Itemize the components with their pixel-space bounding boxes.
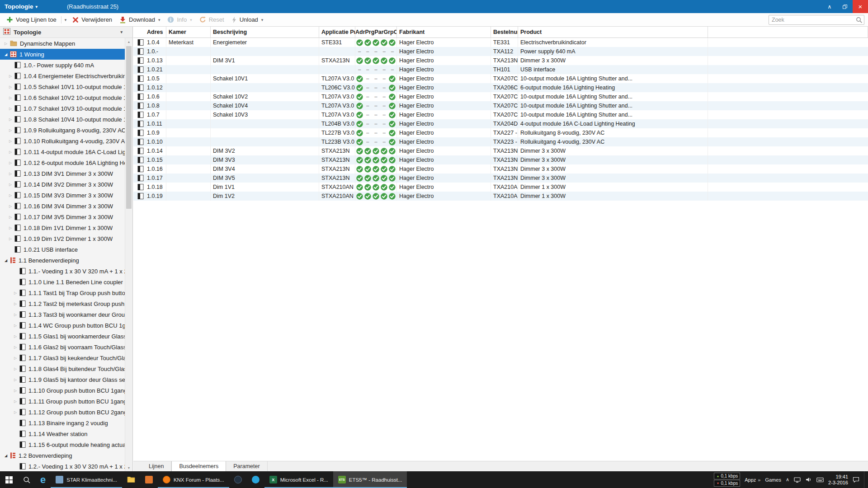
expander-closed-icon[interactable]: ▷ <box>12 345 19 349</box>
expander-closed-icon[interactable]: ▷ <box>12 367 19 371</box>
tree-item[interactable]: 1.0.- Power supply 640 mA <box>0 60 125 70</box>
taskbar-ets5-button[interactable]: ETSETS5™ - Raadhuisst... <box>333 471 407 488</box>
expander-closed-icon[interactable]: ▷ <box>7 204 14 208</box>
expander-closed-icon[interactable]: ▷ <box>12 399 19 404</box>
expander-closed-icon[interactable]: ▷ <box>7 215 14 219</box>
expander-closed-icon[interactable]: ▷ <box>7 193 14 197</box>
tree-item[interactable]: 1.1.13 Binaire ingang 2 voudig <box>0 418 125 428</box>
tree-item[interactable]: ▷Dynamische Mappen <box>0 38 125 49</box>
taskbar-star-app-button[interactable]: STAR Klimaattechni... <box>51 471 122 488</box>
tree-item[interactable]: ▷1.1.11 Group push button BCU 1gang <box>0 396 125 407</box>
taskbar-edge-button[interactable]: e <box>35 471 51 488</box>
add-lines-button[interactable]: Voeg Lijnen toe <box>3 14 60 25</box>
action-center-icon[interactable] <box>853 477 859 483</box>
tree-item[interactable]: ▷1.1.3 Tast3 bij woonkamer deur Group pu… <box>0 309 125 320</box>
tree-item[interactable]: ▷1.0.17 DIM 3V5 Dimmer 3 x 300W <box>0 211 125 222</box>
expander-closed-icon[interactable]: ▷ <box>7 161 14 165</box>
table-row[interactable]: 1.0.15DIM 3V3STXA213NHager ElectroTXA213… <box>133 155 868 164</box>
tree-item[interactable]: ▷1.0.8 Schakel 10V4 10-output module 16A… <box>0 114 125 125</box>
expander-closed-icon[interactable]: ▷ <box>3 42 9 46</box>
expander-closed-icon[interactable]: ▷ <box>12 356 19 360</box>
hidden-icons-chevron[interactable]: ∧ <box>786 477 789 483</box>
column-header-cfg[interactable]: Cfg <box>394 29 397 35</box>
tree-item[interactable]: ◢1 Woning <box>0 49 125 60</box>
tree-item[interactable]: 1.2.- Voeding 1 x 30 V 320 mA + 1 x 24 V… <box>0 461 125 471</box>
table-row[interactable]: 1.0.7Schakel 10V3TL207A V3.0–––Hager Ele… <box>133 110 868 119</box>
appz-toolbar[interactable]: Appz » <box>745 477 760 483</box>
tab-lijnen[interactable]: Lijnen <box>142 461 171 471</box>
expander-closed-icon[interactable]: ▷ <box>7 172 14 176</box>
close-window-button[interactable]: × <box>853 0 868 13</box>
tree-item[interactable]: 1.1.0 Line 1.1 Beneden Line coupler <box>0 277 125 287</box>
tree-item[interactable]: ▷1.0.4 Energiemeter Electrischverbruikin… <box>0 70 125 81</box>
start-button[interactable] <box>0 471 18 488</box>
tree-item[interactable]: ▷1.1.12 Group push button BCU 2gang <box>0 407 125 418</box>
table-row[interactable]: 1.0.11TL204B V3.0–––Hager ElectroTXA204D… <box>133 119 868 128</box>
table-row[interactable]: 1.0.6Schakel 10V2TL207A V3.0–––Hager Ele… <box>133 92 868 101</box>
taskbar-steam-button[interactable] <box>229 471 247 488</box>
tree-item[interactable]: ▷1.0.13 DIM 3V1 Dimmer 3 x 300W <box>0 168 125 179</box>
tree-item[interactable]: 1.0.21 USB interface <box>0 244 125 255</box>
taskbar-firefox-button[interactable]: KNX Forum - Plaats... <box>158 471 229 488</box>
tree-item[interactable]: ▷1.0.5 Schakel 10V1 10-output module 16A… <box>0 81 125 92</box>
expander-closed-icon[interactable]: ▷ <box>12 291 19 295</box>
expander-closed-icon[interactable]: ▷ <box>12 302 19 306</box>
sidebar-dropdown-button[interactable]: ▾ <box>120 30 123 34</box>
tree-item[interactable]: ▷1.1.6 Glas2 bij voorraam Touch/Glass se… <box>0 342 125 352</box>
tree-scrollbar[interactable]: ▲ ▼ <box>125 38 132 471</box>
tree-item[interactable]: ▷1.1.7 Glas3 bij keukendeur Touch/Glass … <box>0 352 125 363</box>
table-row[interactable]: 1.0.19Dim 1V2STXA210ANHager ElectroTXA21… <box>133 192 868 201</box>
table-row[interactable]: 1.0.13DIM 3V1STXA213NHager ElectroTXA213… <box>133 56 868 65</box>
expander-closed-icon[interactable]: ▷ <box>12 334 19 338</box>
expander-closed-icon[interactable]: ▷ <box>12 410 19 414</box>
expander-closed-icon[interactable]: ▷ <box>7 139 14 143</box>
add-lines-dropdown-button[interactable]: ▾ <box>62 14 69 25</box>
column-header-adres[interactable]: Adres <box>145 27 166 38</box>
column-header-applicatie[interactable]: Applicatie Progra <box>319 27 355 38</box>
column-header-beschrijving[interactable]: Beschrijving <box>211 27 319 38</box>
tree-item[interactable]: ▷1.0.19 Dim 1V2 Dimmer 1 x 300W <box>0 233 125 244</box>
expander-closed-icon[interactable]: ▷ <box>12 378 19 382</box>
tree-item[interactable]: ▷1.1.8 Glas4 Bij buitendeur Touch/Glass … <box>0 363 125 374</box>
tree-item[interactable]: ▷1.0.12 6-output module 16A Lighting Hea… <box>0 157 125 168</box>
column-header-status[interactable]: Adr Prg Par Grp Cfg <box>355 27 397 38</box>
tree-item[interactable]: ▷1.0.16 DIM 3V4 Dimmer 3 x 300W <box>0 201 125 211</box>
table-row[interactable]: 1.0.18Dim 1V1STXA210ANHager ElectroTXA21… <box>133 183 868 192</box>
topologie-menu-button[interactable]: Topologie ▾ <box>0 0 42 13</box>
tree-item[interactable]: 1.1.- Voeding 1 x 30 V 320 mA + 1 x 24 V… <box>0 266 125 277</box>
taskbar-explorer-button[interactable] <box>122 471 140 488</box>
expander-closed-icon[interactable]: ▷ <box>7 74 14 78</box>
expander-closed-icon[interactable]: ▷ <box>7 96 14 100</box>
show-desktop-button[interactable] <box>864 471 866 488</box>
expander-closed-icon[interactable]: ▷ <box>7 117 14 122</box>
tree-item[interactable]: ◢1.1 Benedenverdieping <box>0 255 125 266</box>
table-row[interactable]: 1.0.10TL223B V3.0–––Hager ElectroTXA223 … <box>133 137 868 146</box>
scroll-down-button[interactable]: ▼ <box>125 464 132 471</box>
games-toolbar[interactable]: Games <box>765 477 781 483</box>
expander-closed-icon[interactable]: ▷ <box>7 226 14 230</box>
expander-closed-icon[interactable]: ▷ <box>12 313 19 317</box>
delete-button[interactable]: Verwijderen <box>69 14 116 25</box>
tree-item[interactable]: ▷1.1.4 WC Group push button BCU 1gang <box>0 320 125 331</box>
tree-item[interactable]: ▷1.1.1 Tast1 bij Trap Group push button … <box>0 287 125 298</box>
tree-item[interactable]: ▷1.1.2 Tast2 bij meterkast Group push bu… <box>0 298 125 309</box>
tree-item[interactable]: ▷1.0.9 Rolluikuitgang 8-voudig, 230V AC <box>0 125 125 136</box>
tree-item[interactable]: ▷1.0.15 DIM 3V3 Dimmer 3 x 300W <box>0 190 125 201</box>
table-row[interactable]: 1.0.14DIM 3V2STXA213NHager ElectroTXA213… <box>133 146 868 155</box>
column-header-product[interactable]: Product <box>518 27 708 38</box>
restore-window-button[interactable] <box>837 0 853 13</box>
taskbar-blue-app-button[interactable] <box>247 471 264 488</box>
tree-item[interactable]: ▷1.1.9 Glas5 bij kantoor deur Glass sens… <box>0 374 125 385</box>
expander-closed-icon[interactable]: ▷ <box>12 389 19 393</box>
expander-closed-icon[interactable]: ▷ <box>7 237 14 241</box>
expander-open-icon[interactable]: ◢ <box>3 454 9 458</box>
column-header-prg[interactable]: Prg <box>365 29 375 35</box>
tree-item[interactable]: 1.1.15 6-output module heating actuator <box>0 439 125 450</box>
scroll-up-button[interactable]: ▲ <box>125 38 132 45</box>
table-row[interactable]: 1.0.4MeterkastEnergiemeterSTE331Hager El… <box>133 38 868 47</box>
tree-item[interactable]: ▷1.0.11 4-output module 16A C-Load Light… <box>0 146 125 157</box>
taskbar-search-button[interactable] <box>18 471 35 488</box>
table-row[interactable]: 1.0.-–––––Hager ElectroTXA112Power suppl… <box>133 47 868 56</box>
tree-item[interactable]: 1.1.14 Weather station <box>0 428 125 439</box>
tree-item[interactable]: ◢1.2 Bovenverdieping <box>0 450 125 461</box>
